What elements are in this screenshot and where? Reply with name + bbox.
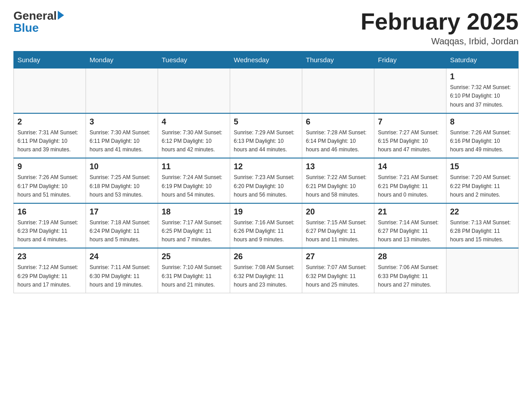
day-header-monday: Monday	[86, 51, 158, 68]
day-number: 10	[90, 162, 154, 171]
day-header-thursday: Thursday	[302, 51, 374, 68]
day-number: 16	[17, 207, 82, 217]
day-number: 24	[90, 252, 154, 261]
calendar-day-cell: 20Sunrise: 7:15 AM Sunset: 6:27 PM Dayli…	[302, 203, 374, 248]
calendar-day-cell: 18Sunrise: 7:17 AM Sunset: 6:25 PM Dayli…	[158, 203, 230, 248]
day-number: 17	[90, 207, 154, 217]
day-header-friday: Friday	[374, 51, 446, 68]
calendar-day-cell: 28Sunrise: 7:06 AM Sunset: 6:33 PM Dayli…	[374, 248, 446, 293]
day-info: Sunrise: 7:30 AM Sunset: 6:11 PM Dayligh…	[90, 128, 154, 154]
day-info: Sunrise: 7:19 AM Sunset: 6:23 PM Dayligh…	[17, 218, 82, 244]
logo-blue-text: Blue	[13, 22, 64, 34]
day-info: Sunrise: 7:24 AM Sunset: 6:19 PM Dayligh…	[162, 173, 226, 199]
day-info: Sunrise: 7:07 AM Sunset: 6:32 PM Dayligh…	[306, 263, 370, 289]
day-number: 3	[90, 117, 154, 127]
day-number: 14	[378, 162, 442, 171]
day-info: Sunrise: 7:23 AM Sunset: 6:20 PM Dayligh…	[234, 173, 298, 199]
day-info: Sunrise: 7:26 AM Sunset: 6:17 PM Dayligh…	[17, 173, 82, 199]
calendar-day-cell	[302, 68, 374, 113]
calendar-day-cell: 24Sunrise: 7:11 AM Sunset: 6:30 PM Dayli…	[86, 248, 158, 293]
day-info: Sunrise: 7:22 AM Sunset: 6:21 PM Dayligh…	[306, 173, 370, 199]
day-info: Sunrise: 7:20 AM Sunset: 6:22 PM Dayligh…	[450, 173, 515, 199]
day-number: 1	[450, 72, 515, 81]
day-number: 2	[17, 117, 82, 127]
logo-arrow-icon	[58, 11, 64, 20]
calendar-day-cell: 6Sunrise: 7:28 AM Sunset: 6:14 PM Daylig…	[302, 113, 374, 158]
calendar-day-cell: 27Sunrise: 7:07 AM Sunset: 6:32 PM Dayli…	[302, 248, 374, 293]
calendar-week-row: 9Sunrise: 7:26 AM Sunset: 6:17 PM Daylig…	[14, 158, 519, 203]
calendar-day-cell: 14Sunrise: 7:21 AM Sunset: 6:21 PM Dayli…	[374, 158, 446, 203]
day-number: 15	[450, 162, 515, 171]
calendar-day-cell: 4Sunrise: 7:30 AM Sunset: 6:12 PM Daylig…	[158, 113, 230, 158]
day-info: Sunrise: 7:18 AM Sunset: 6:24 PM Dayligh…	[90, 218, 154, 244]
day-number: 18	[162, 207, 226, 217]
day-number: 9	[17, 162, 82, 171]
calendar-day-cell: 21Sunrise: 7:14 AM Sunset: 6:27 PM Dayli…	[374, 203, 446, 248]
day-info: Sunrise: 7:31 AM Sunset: 6:11 PM Dayligh…	[17, 128, 82, 154]
calendar-day-cell: 26Sunrise: 7:08 AM Sunset: 6:32 PM Dayli…	[230, 248, 302, 293]
calendar-day-cell: 13Sunrise: 7:22 AM Sunset: 6:21 PM Dayli…	[302, 158, 374, 203]
day-number: 23	[17, 252, 82, 261]
day-number: 6	[306, 117, 370, 127]
calendar-day-cell	[230, 68, 302, 113]
calendar-day-cell: 8Sunrise: 7:26 AM Sunset: 6:16 PM Daylig…	[446, 113, 519, 158]
day-number: 26	[234, 252, 298, 261]
day-info: Sunrise: 7:21 AM Sunset: 6:21 PM Dayligh…	[378, 173, 442, 199]
day-info: Sunrise: 7:08 AM Sunset: 6:32 PM Dayligh…	[234, 263, 298, 289]
calendar-day-cell: 22Sunrise: 7:13 AM Sunset: 6:28 PM Dayli…	[446, 203, 519, 248]
day-number: 8	[450, 117, 515, 127]
calendar-title: February 2025	[360, 9, 519, 34]
day-info: Sunrise: 7:12 AM Sunset: 6:29 PM Dayligh…	[17, 263, 82, 289]
day-number: 27	[306, 252, 370, 261]
day-info: Sunrise: 7:25 AM Sunset: 6:18 PM Dayligh…	[90, 173, 154, 199]
day-number: 4	[162, 117, 226, 127]
calendar-day-cell: 5Sunrise: 7:29 AM Sunset: 6:13 PM Daylig…	[230, 113, 302, 158]
day-info: Sunrise: 7:17 AM Sunset: 6:25 PM Dayligh…	[162, 218, 226, 244]
day-number: 13	[306, 162, 370, 171]
day-header-saturday: Saturday	[446, 51, 519, 68]
day-number: 21	[378, 207, 442, 217]
calendar-week-row: 2Sunrise: 7:31 AM Sunset: 6:11 PM Daylig…	[14, 113, 519, 158]
day-number: 5	[234, 117, 298, 127]
calendar-week-row: 23Sunrise: 7:12 AM Sunset: 6:29 PM Dayli…	[14, 248, 519, 293]
calendar-week-row: 16Sunrise: 7:19 AM Sunset: 6:23 PM Dayli…	[14, 203, 519, 248]
day-number: 22	[450, 207, 515, 217]
day-info: Sunrise: 7:26 AM Sunset: 6:16 PM Dayligh…	[450, 128, 515, 154]
day-number: 20	[306, 207, 370, 217]
title-block: February 2025 Waqqas, Irbid, Jordan	[360, 9, 519, 47]
calendar-day-cell: 15Sunrise: 7:20 AM Sunset: 6:22 PM Dayli…	[446, 158, 519, 203]
day-info: Sunrise: 7:06 AM Sunset: 6:33 PM Dayligh…	[378, 263, 442, 289]
day-number: 28	[378, 252, 442, 261]
calendar-day-cell: 19Sunrise: 7:16 AM Sunset: 6:26 PM Dayli…	[230, 203, 302, 248]
calendar-day-cell: 11Sunrise: 7:24 AM Sunset: 6:19 PM Dayli…	[158, 158, 230, 203]
day-header-wednesday: Wednesday	[230, 51, 302, 68]
calendar-day-cell	[374, 68, 446, 113]
day-number: 19	[234, 207, 298, 217]
day-number: 11	[162, 162, 226, 171]
day-info: Sunrise: 7:11 AM Sunset: 6:30 PM Dayligh…	[90, 263, 154, 289]
day-info: Sunrise: 7:27 AM Sunset: 6:15 PM Dayligh…	[378, 128, 442, 154]
page-header: General Blue February 2025 Waqqas, Irbid…	[13, 9, 519, 47]
day-info: Sunrise: 7:29 AM Sunset: 6:13 PM Dayligh…	[234, 128, 298, 154]
day-header-tuesday: Tuesday	[158, 51, 230, 68]
logo: General Blue	[13, 9, 64, 34]
day-info: Sunrise: 7:16 AM Sunset: 6:26 PM Dayligh…	[234, 218, 298, 244]
calendar-day-cell: 1Sunrise: 7:32 AM Sunset: 6:10 PM Daylig…	[446, 68, 519, 113]
day-number: 25	[162, 252, 226, 261]
calendar-day-cell	[446, 248, 519, 293]
day-info: Sunrise: 7:30 AM Sunset: 6:12 PM Dayligh…	[162, 128, 226, 154]
calendar-day-cell: 17Sunrise: 7:18 AM Sunset: 6:24 PM Dayli…	[86, 203, 158, 248]
calendar-day-cell	[158, 68, 230, 113]
calendar-week-row: 1Sunrise: 7:32 AM Sunset: 6:10 PM Daylig…	[14, 68, 519, 113]
calendar-day-cell: 16Sunrise: 7:19 AM Sunset: 6:23 PM Dayli…	[14, 203, 86, 248]
calendar-day-cell: 23Sunrise: 7:12 AM Sunset: 6:29 PM Dayli…	[14, 248, 86, 293]
calendar-day-cell: 10Sunrise: 7:25 AM Sunset: 6:18 PM Dayli…	[86, 158, 158, 203]
calendar-table: SundayMondayTuesdayWednesdayThursdayFrid…	[13, 51, 519, 293]
calendar-subtitle: Waqqas, Irbid, Jordan	[360, 36, 519, 47]
day-info: Sunrise: 7:15 AM Sunset: 6:27 PM Dayligh…	[306, 218, 370, 244]
calendar-day-cell	[14, 68, 86, 113]
calendar-header-row: SundayMondayTuesdayWednesdayThursdayFrid…	[14, 51, 519, 68]
day-info: Sunrise: 7:10 AM Sunset: 6:31 PM Dayligh…	[162, 263, 226, 289]
calendar-day-cell: 2Sunrise: 7:31 AM Sunset: 6:11 PM Daylig…	[14, 113, 86, 158]
calendar-day-cell: 7Sunrise: 7:27 AM Sunset: 6:15 PM Daylig…	[374, 113, 446, 158]
